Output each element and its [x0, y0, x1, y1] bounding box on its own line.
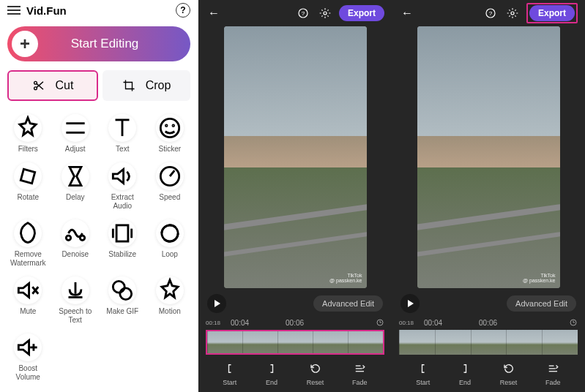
watermark: TikTok@ passken.ke — [523, 273, 555, 284]
clock-icon[interactable] — [376, 318, 384, 328]
menu-icon[interactable] — [7, 6, 21, 15]
tool-denoise[interactable]: Denoise — [52, 219, 100, 268]
editor-area: ← ? Export TikTok@ passken.ke Advanced E… — [198, 0, 585, 392]
app-name: Vid.Fun — [26, 4, 67, 17]
reset-button[interactable]: Reset — [307, 362, 324, 386]
tool-speech-to-text[interactable]: Speech toText — [52, 276, 100, 325]
extract-audio-icon — [108, 162, 136, 190]
timeline-strip[interactable] — [399, 330, 578, 355]
bracket-start-icon — [223, 362, 236, 375]
tool-rotate[interactable]: Rotate — [4, 162, 52, 211]
tab-cut[interactable]: Cut — [7, 70, 98, 101]
help-icon[interactable]: ? — [482, 5, 499, 21]
sidebar: Vid.Fun ? + Start Editing Cut Crop Filte… — [0, 0, 198, 392]
tool-filters[interactable]: Filters — [4, 114, 52, 154]
mute-icon — [14, 276, 42, 304]
svg-point-38 — [511, 12, 514, 15]
app-header: Vid.Fun ? — [0, 0, 198, 20]
trim-tools: Start End Reset Fade — [392, 355, 585, 392]
clock-icon[interactable] — [569, 318, 578, 328]
speed-icon — [156, 162, 184, 190]
svg-rect-16 — [116, 225, 128, 241]
trim-end-button[interactable]: End — [265, 362, 278, 386]
export-button[interactable]: Export — [339, 5, 384, 21]
start-editing-label: Start Editing — [38, 37, 186, 51]
tool-label: ExtractAudio — [111, 193, 134, 211]
advanced-edit-button[interactable]: Advanced Edit — [313, 295, 383, 312]
fade-icon — [546, 362, 559, 375]
bracket-start-icon — [417, 362, 430, 375]
scissors-icon — [32, 79, 45, 92]
duration-label: 00:18 — [206, 320, 220, 326]
tool-delay[interactable]: Delay — [52, 162, 100, 211]
tool-label: RemoveWatermark — [10, 250, 46, 268]
timeline-strip[interactable] — [206, 330, 384, 355]
duration-label: 00:18 — [399, 320, 414, 326]
start-editing-button[interactable]: + Start Editing — [7, 26, 190, 61]
play-button[interactable] — [400, 294, 420, 313]
stabilize-icon — [108, 219, 136, 247]
tool-grid: FiltersAdjustTextStickerRotateDelayExtra… — [0, 108, 198, 388]
video-frame[interactable]: TikTok@ passken.ke — [417, 26, 560, 288]
video-preview: TikTok@ passken.ke — [198, 26, 392, 288]
svg-text:?: ? — [302, 10, 305, 17]
help-icon[interactable]: ? — [295, 5, 311, 21]
export-button[interactable]: Export — [529, 5, 575, 21]
tab-cut-label: Cut — [56, 79, 74, 92]
tool-make-gif[interactable]: Make GIF — [99, 276, 146, 325]
svg-point-23 — [113, 281, 125, 293]
tab-crop-label: Crop — [146, 79, 171, 92]
filters-icon — [14, 114, 42, 142]
editor-header: ← ? Export — [198, 0, 392, 26]
video-editor-pane: ← ? Export TikTok@ passken.ke Advanced E… — [392, 0, 585, 392]
playback-controls: Advanced Edit — [392, 288, 585, 319]
back-icon[interactable]: ← — [206, 5, 222, 21]
adjust-icon — [62, 114, 89, 142]
tool-stabilize[interactable]: Stabilize — [99, 219, 146, 268]
svg-point-15 — [80, 235, 84, 240]
fade-icon — [353, 362, 366, 375]
tool-label: Text — [116, 145, 129, 154]
svg-point-9 — [165, 125, 167, 127]
tool-label: Speed — [159, 193, 180, 202]
tool-remove-watermark[interactable]: RemoveWatermark — [4, 219, 52, 268]
svg-point-29 — [324, 12, 327, 15]
help-icon[interactable]: ? — [176, 3, 190, 18]
tool-boost-volume[interactable]: BoostVolume — [4, 333, 52, 382]
tab-crop[interactable]: Crop — [103, 70, 190, 101]
tool-loop[interactable]: Loop — [146, 219, 194, 268]
rotate-icon — [14, 162, 42, 190]
plus-icon: + — [12, 31, 38, 57]
tool-mute[interactable]: Mute — [4, 276, 52, 325]
bracket-end-icon — [265, 362, 278, 375]
video-frame[interactable]: TikTok@ passken.ke — [224, 26, 367, 288]
tool-label: Filters — [18, 145, 38, 154]
tool-text[interactable]: Text — [99, 114, 146, 154]
settings-icon[interactable] — [317, 5, 333, 21]
svg-point-0 — [34, 81, 37, 84]
advanced-edit-button[interactable]: Advanced Edit — [507, 295, 576, 312]
trim-end-button[interactable]: End — [458, 362, 472, 386]
trim-start-button[interactable]: Start — [223, 362, 236, 386]
timeline: 00:18 00:04 00:06 — [392, 319, 585, 355]
tool-label: BoostVolume — [16, 364, 40, 382]
fade-button[interactable]: Fade — [352, 362, 368, 386]
trim-start-button[interactable]: Start — [416, 362, 430, 386]
settings-icon[interactable] — [504, 5, 521, 21]
timeline: 00:18 00:04 00:06 — [198, 319, 392, 355]
tool-label: Rotate — [18, 193, 39, 202]
tool-label: Loop — [162, 250, 178, 259]
sticker-icon — [156, 114, 184, 142]
tool-motion[interactable]: Motion — [146, 276, 194, 325]
tool-label: Sticker — [158, 145, 181, 154]
fade-button[interactable]: Fade — [545, 362, 561, 386]
tool-adjust[interactable]: Adjust — [52, 114, 100, 154]
tool-sticker[interactable]: Sticker — [146, 114, 194, 154]
svg-point-1 — [34, 87, 37, 90]
reset-button[interactable]: Reset — [500, 362, 518, 386]
play-button[interactable] — [207, 294, 226, 313]
tool-speed[interactable]: Speed — [146, 162, 194, 211]
tool-label: Adjust — [65, 145, 86, 154]
tool-extract-audio[interactable]: ExtractAudio — [99, 162, 146, 211]
back-icon[interactable]: ← — [399, 5, 415, 21]
